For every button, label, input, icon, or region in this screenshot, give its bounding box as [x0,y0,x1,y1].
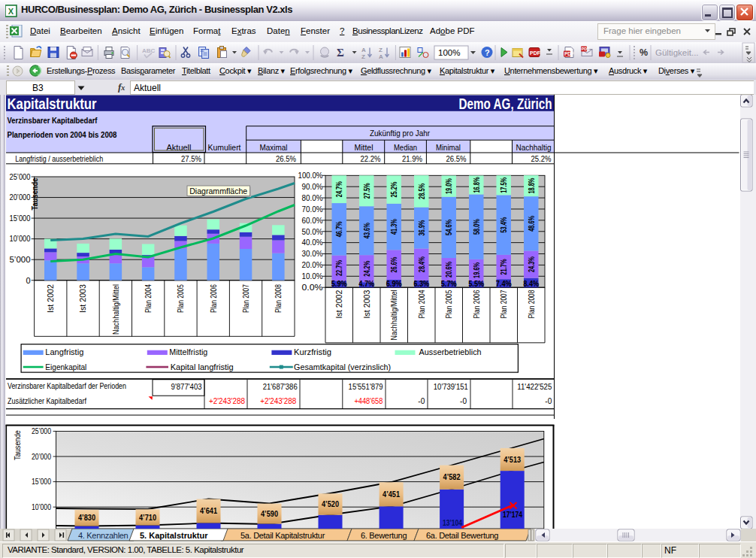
svg-text:PDF: PDF [582,47,591,51]
svg-text:22.2%: 22.2% [361,154,381,163]
svg-text:7.4%: 7.4% [496,279,513,288]
svg-text:?: ? [485,48,490,57]
svg-text:6a. Detail Bewertung: 6a. Detail Bewertung [426,531,498,540]
svg-text:Z: Z [361,53,365,60]
svg-text:Plan 2008: Plan 2008 [527,290,536,319]
svg-text:43.6%: 43.6% [362,223,371,238]
svg-text:Σ: Σ [337,47,344,59]
svg-text:Plan 2007: Plan 2007 [499,290,508,319]
svg-text:25.2%: 25.2% [389,181,398,197]
svg-text:17’174: 17’174 [503,510,522,519]
svg-text:90.0%: 90.0% [302,182,323,191]
svg-text:Nachhaltig/Mittel: Nachhaltig/Mittel [111,284,120,335]
svg-text:Langfristig / ausserbetrieblic: Langfristig / ausserbetrieblich [15,154,103,163]
svg-text:6.3%: 6.3% [413,279,430,288]
svg-text:Plan 2006: Plan 2006 [472,290,481,319]
svg-text:18.8%: 18.8% [527,177,536,193]
svg-text:Plan 2005: Plan 2005 [176,284,185,313]
svg-text:10.0%: 10.0% [302,271,323,281]
svg-text:15’000: 15’000 [32,478,51,486]
svg-text:Plan 2008: Plan 2008 [274,284,283,313]
svg-text:-0: -0 [545,396,552,405]
svg-text:Mittelfristig: Mittelfristig [169,347,207,356]
svg-text:80.0%: 80.0% [302,193,323,202]
svg-text:Maximal: Maximal [260,143,288,152]
svg-text:24.7%: 24.7% [334,181,343,197]
svg-text:10’000: 10’000 [10,234,31,243]
svg-text:20.6%: 20.6% [444,261,453,277]
svg-text:-0: -0 [460,396,467,405]
svg-text:40.0%: 40.0% [302,238,323,247]
svg-text:28.5%: 28.5% [417,183,426,199]
svg-text:4’641: 4’641 [200,506,217,515]
svg-text:Kurzfristig: Kurzfristig [294,347,331,356]
svg-text:20’000: 20’000 [10,193,31,202]
svg-text:54.6%: 54.6% [444,219,453,235]
svg-text:4’513: 4’513 [503,455,521,464]
svg-text:Verzinsbarer Kapitalbedarf: Verzinsbarer Kapitalbedarf [8,116,98,125]
svg-text:19.6%: 19.6% [472,262,481,277]
svg-text:Kumuliert: Kumuliert [208,143,241,152]
svg-text:Gesamtkapital (verzinslich): Gesamtkapital (verzinslich) [294,362,391,371]
svg-text:Ausserbetrieblich: Ausserbetrieblich [419,347,482,356]
svg-text:16.8%: 16.8% [472,177,481,193]
svg-text:6. Bewertung: 6. Bewertung [361,531,407,540]
svg-text:20.0%: 20.0% [302,260,323,269]
svg-text:Kapitalstruktur: Kapitalstruktur [8,96,97,112]
svg-text:Kapital langfristig: Kapital langfristig [171,362,234,371]
svg-text:5a. Detail Kapitalstruktur: 5a. Detail Kapitalstruktur [240,531,325,540]
svg-text:Mittel: Mittel [355,143,373,152]
svg-text:Demo AG, Zürich: Demo AG, Zürich [459,96,552,112]
svg-text:25’000: 25’000 [10,172,31,181]
svg-text:+2'243'288: +2'243'288 [209,396,245,405]
svg-text:25.2%: 25.2% [531,154,552,163]
svg-text:21.7%: 21.7% [499,259,508,274]
svg-text:Nachhaltig/Mittel: Nachhaltig/Mittel [389,290,398,341]
svg-text:Langfristig: Langfristig [45,347,83,356]
svg-text:10'739'151: 10'739'151 [434,382,468,391]
svg-text:Diagrammfläche: Diagrammfläche [189,187,247,196]
svg-text:26.5%: 26.5% [276,154,296,163]
svg-text:Gültigkeit...: Gültigkeit... [655,48,699,57]
svg-text:15'551'879: 15'551'879 [349,382,383,391]
svg-text:Plan 2007: Plan 2007 [241,284,250,313]
svg-text:Ist 2003: Ist 2003 [362,290,371,319]
svg-text:20’000: 20’000 [32,453,51,461]
svg-text:Ist 2002: Ist 2002 [334,290,343,319]
svg-text:Plan 2005: Plan 2005 [444,290,453,319]
svg-text:Nachhaltig: Nachhaltig [516,143,552,152]
svg-text:58.0%: 58.0% [472,219,481,235]
svg-text:Zukünftig pro Jahr: Zukünftig pro Jahr [370,129,430,138]
svg-text:4’582: 4’582 [443,472,461,481]
svg-text:8.4%: 8.4% [523,279,540,288]
svg-text:30.0%: 30.0% [302,249,323,258]
svg-text:46.7%: 46.7% [334,221,343,237]
svg-text:Planperioden von 2004 bis 2008: Planperioden von 2004 bis 2008 [8,130,118,139]
svg-text:19.0%: 19.0% [444,178,453,194]
svg-text:Verzinsbarer Kapitalbedarf der: Verzinsbarer Kapitalbedarf der Perioden [8,381,126,390]
svg-text:5.5%: 5.5% [468,279,485,288]
svg-text:+448'658: +448'658 [354,396,383,405]
svg-text:53.4%: 53.4% [499,217,508,232]
svg-text:Plan 2004: Plan 2004 [144,284,153,313]
svg-text:26.6%: 26.6% [389,256,398,272]
svg-text:0: 0 [26,276,30,285]
svg-text:26.5%: 26.5% [446,154,467,163]
svg-text:9'877'403: 9'877'403 [171,382,202,391]
svg-text:-0: -0 [418,396,425,405]
svg-text:11'422'525: 11'422'525 [517,382,552,391]
svg-text:ABC: ABC [142,47,156,54]
svg-text:Plan 2004: Plan 2004 [417,290,426,319]
svg-text:Minimal: Minimal [436,143,461,152]
svg-text:21'687'386: 21'687'386 [263,382,298,391]
svg-text:4’520: 4’520 [322,499,339,508]
svg-text:0.0%: 0.0% [302,283,323,292]
svg-text:4’451: 4’451 [383,490,400,499]
svg-text:4. Kennzahlen: 4. Kennzahlen [78,531,129,540]
svg-text:Plan 2006: Plan 2006 [209,284,218,313]
svg-text:4.7%: 4.7% [358,279,375,288]
svg-text:60.0%: 60.0% [302,216,323,225]
svg-text:%: % [640,47,648,58]
svg-text:Tausende: Tausende [14,430,22,460]
svg-text:X: X [8,7,14,16]
